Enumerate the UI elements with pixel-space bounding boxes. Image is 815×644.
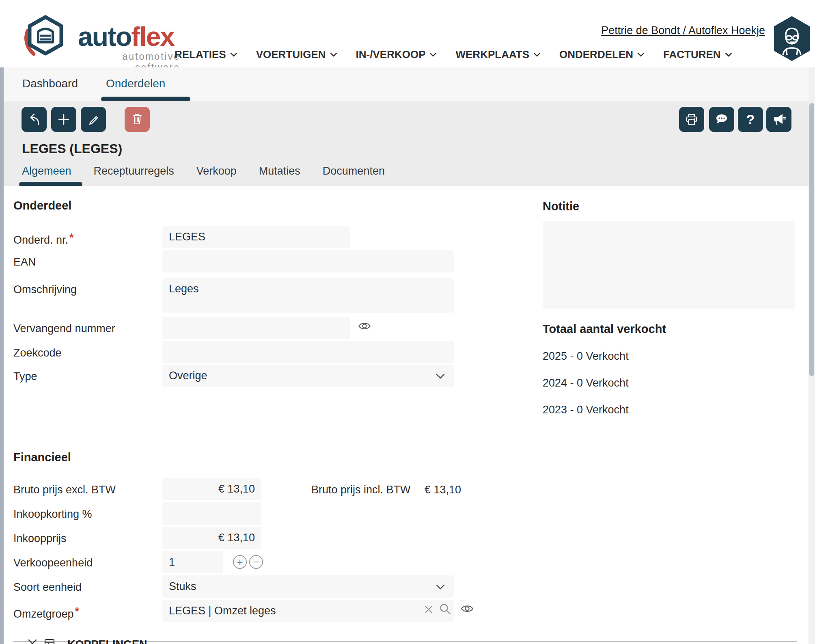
tab-dashboard[interactable]: Dashboard bbox=[22, 77, 78, 90]
chat-bubble-icon bbox=[714, 112, 729, 127]
vertical-scrollbar[interactable] bbox=[809, 67, 815, 644]
omschrijving-textarea[interactable] bbox=[162, 278, 454, 313]
autoflex-logo[interactable]: autoflex automotive software bbox=[20, 14, 166, 58]
quantity-increment-button[interactable]: + bbox=[233, 555, 247, 569]
vervangend-eye-icon[interactable] bbox=[358, 321, 371, 331]
omzetgroep-eye-icon[interactable] bbox=[460, 603, 474, 614]
label-ean: EAN bbox=[13, 256, 36, 268]
section-heading-totaal-verkocht: Totaal aantal verkocht bbox=[543, 322, 666, 336]
verkoopeenheid-input[interactable] bbox=[162, 551, 223, 573]
nav-item-relaties[interactable]: RELATIES bbox=[175, 48, 237, 61]
chevron-down-icon bbox=[533, 52, 541, 57]
plus-icon bbox=[56, 112, 71, 127]
subtab-receptuurregels[interactable]: Receptuurregels bbox=[94, 165, 174, 177]
print-button[interactable] bbox=[679, 107, 704, 132]
label-vervangend-nummer: Vervangend nummer bbox=[13, 322, 115, 335]
tab-onderdelen[interactable]: Onderdelen bbox=[106, 77, 165, 90]
required-asterisk: * bbox=[69, 231, 74, 244]
chevron-down-icon bbox=[436, 584, 445, 590]
label-omschrijving: Omschrijving bbox=[13, 283, 77, 296]
subtab-verkoop[interactable]: Verkoop bbox=[196, 165, 237, 177]
subtab-algemeen[interactable]: Algemeen bbox=[22, 165, 71, 177]
label-bruto-incl: Bruto prijs incl. BTW bbox=[311, 484, 411, 496]
inkoopkorting-input[interactable] bbox=[162, 502, 261, 525]
app-header: autoflex automotive software RELATIES VO… bbox=[0, 0, 815, 67]
main-nav: RELATIES VOERTUIGEN IN-/VERKOOP WERKPLAA… bbox=[175, 45, 732, 63]
subtab-documenten[interactable]: Documenten bbox=[323, 165, 385, 177]
toolbar-band: ? LEGES (LEGES) Algemeen Receptuurregels… bbox=[4, 101, 809, 186]
onderd-nr-input[interactable] bbox=[162, 226, 350, 248]
chevron-down-icon[interactable] bbox=[28, 639, 37, 644]
bruto-prijs-excl-input[interactable] bbox=[162, 478, 261, 500]
nav-item-werkplaats[interactable]: WERKPLAATS bbox=[455, 48, 541, 61]
help-button[interactable]: ? bbox=[738, 107, 763, 132]
label-inkoopprijs: Inkoopprijs bbox=[13, 532, 67, 545]
nav-item-onderdelen[interactable]: ONDERDELEN bbox=[559, 48, 645, 61]
nav-item-in-verkoop[interactable]: IN-/VERKOOP bbox=[356, 48, 437, 61]
clipped-next-section: KOPPELINGEN bbox=[4, 633, 809, 644]
delete-button[interactable] bbox=[125, 107, 150, 132]
omzetgroep-clear-icon[interactable] bbox=[424, 605, 433, 614]
trash-icon bbox=[130, 112, 144, 127]
user-account-link[interactable]: Pettrie de Bondt / Autoflex Hoekje bbox=[601, 24, 765, 37]
page-tabstrip: Dashboard Onderdelen bbox=[4, 67, 809, 101]
page-title: LEGES (LEGES) bbox=[22, 141, 122, 156]
clipped-section-title: KOPPELINGEN bbox=[67, 638, 147, 644]
chevron-down-icon bbox=[330, 52, 337, 57]
megaphone-icon bbox=[771, 112, 787, 127]
edit-button[interactable] bbox=[81, 107, 106, 132]
section-heading-onderdeel: Onderdeel bbox=[13, 199, 71, 212]
question-mark-icon: ? bbox=[746, 112, 755, 128]
label-soort-eenheid: Soort eenheid bbox=[13, 581, 82, 594]
soort-eenheid-select[interactable]: Stuks bbox=[162, 575, 454, 598]
omzetgroep-input[interactable] bbox=[162, 600, 454, 622]
chevron-down-icon bbox=[230, 52, 237, 57]
add-button[interactable] bbox=[51, 107, 76, 132]
back-arrow-icon bbox=[26, 111, 42, 128]
bruto-prijs-incl-value: € 13,10 bbox=[425, 484, 461, 496]
section-heading-notitie: Notitie bbox=[543, 200, 579, 213]
nav-item-facturen[interactable]: FACTUREN bbox=[663, 48, 732, 61]
sold-year-2024: 2024 - 0 Verkocht bbox=[543, 377, 629, 389]
chevron-down-icon bbox=[637, 52, 645, 57]
left-edge-strip bbox=[0, 67, 4, 644]
type-select[interactable]: Overige bbox=[162, 365, 454, 387]
algemeen-panel: Onderdeel Onderd. nr.* EAN Omschrijving … bbox=[4, 186, 809, 644]
sold-year-2025: 2025 - 0 Verkocht bbox=[543, 350, 629, 363]
label-omzetgroep: Omzetgroep* bbox=[13, 605, 79, 620]
chevron-down-icon bbox=[436, 374, 445, 379]
nav-item-voertuigen[interactable]: VOERTUIGEN bbox=[256, 48, 337, 61]
omzetgroep-search-icon[interactable] bbox=[439, 603, 452, 616]
label-verkoopeenheid: Verkoopeenheid bbox=[13, 557, 93, 569]
user-avatar[interactable] bbox=[772, 16, 811, 61]
pencil-icon bbox=[86, 112, 101, 127]
inkoopprijs-input[interactable] bbox=[162, 527, 261, 549]
chat-button[interactable] bbox=[709, 107, 734, 132]
zoekcode-input[interactable] bbox=[162, 341, 454, 363]
scrollbar-thumb[interactable] bbox=[809, 103, 814, 376]
label-inkoopkorting: Inkoopkorting % bbox=[13, 508, 92, 521]
chevron-down-icon bbox=[725, 52, 732, 57]
quantity-decrement-button[interactable]: − bbox=[249, 555, 263, 569]
label-zoekcode: Zoekcode bbox=[13, 347, 62, 359]
label-bruto-excl: Bruto prijs excl. BTW bbox=[13, 484, 116, 496]
grid-icon[interactable] bbox=[44, 639, 55, 644]
notitie-textarea[interactable] bbox=[543, 221, 795, 309]
detail-subtabs: Algemeen Receptuurregels Verkoop Mutatie… bbox=[22, 165, 385, 177]
ean-input[interactable] bbox=[162, 250, 454, 272]
printer-icon bbox=[684, 112, 699, 127]
section-heading-financieel: Financieel bbox=[13, 451, 71, 464]
logo-wordmark: autoflex bbox=[78, 21, 174, 52]
required-asterisk: * bbox=[75, 605, 80, 618]
back-button[interactable] bbox=[22, 107, 47, 132]
label-type: Type bbox=[13, 370, 37, 383]
sold-year-2023: 2023 - 0 Verkocht bbox=[543, 404, 629, 416]
announcements-button[interactable] bbox=[766, 107, 791, 132]
vervangend-nummer-input[interactable] bbox=[162, 317, 350, 339]
label-onderd-nr: Onderd. nr.* bbox=[13, 231, 74, 246]
chevron-down-icon bbox=[429, 52, 437, 57]
subtab-mutaties[interactable]: Mutaties bbox=[259, 165, 300, 177]
